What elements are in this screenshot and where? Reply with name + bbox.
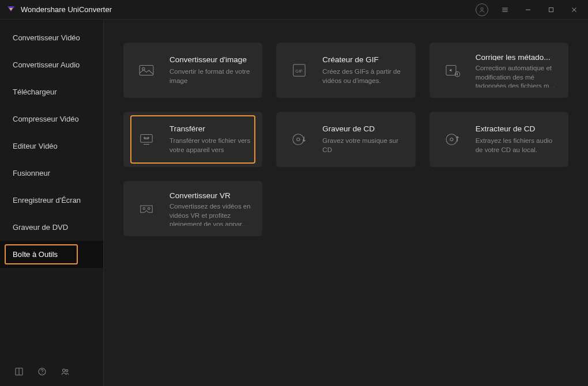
card-title: Créateur de GIF bbox=[322, 55, 404, 64]
svg-point-13 bbox=[66, 370, 68, 372]
svg-point-31 bbox=[148, 207, 150, 209]
main-content: Convertisseur d'image Convertir le forma… bbox=[104, 20, 588, 386]
sidebar-item-video-editor[interactable]: Editeur Vidéo bbox=[0, 133, 103, 160]
svg-point-28 bbox=[446, 134, 457, 145]
account-icon[interactable] bbox=[474, 2, 490, 18]
svg-point-12 bbox=[63, 369, 66, 372]
card-transfer[interactable]: Transférer Transférer votre fichier vers… bbox=[123, 112, 262, 167]
app-title: Wondershare UniConverter bbox=[21, 5, 112, 14]
titlebar: Wondershare UniConverter bbox=[0, 0, 588, 20]
vr-icon bbox=[133, 191, 160, 226]
sidebar-item-video-compressor[interactable]: Compresseur Vidéo bbox=[0, 105, 103, 133]
minimize-icon[interactable] bbox=[520, 2, 536, 18]
card-desc: Extrayez les fichiers audio de votre CD … bbox=[476, 137, 557, 154]
card-gif-maker[interactable]: GIF Créateur de GIF Créez des GIFs à par… bbox=[276, 43, 415, 98]
card-desc: Correction automatique et modification d… bbox=[476, 64, 557, 88]
card-title: Graveur de CD bbox=[322, 124, 404, 133]
cd-burn-icon bbox=[285, 122, 313, 157]
sidebar-item-merger[interactable]: Fusionneur bbox=[0, 160, 103, 187]
card-desc: Gravez votre musique sur CD bbox=[322, 137, 404, 154]
card-title: Transférer bbox=[169, 124, 251, 133]
card-title: Convertisseur VR bbox=[169, 191, 251, 199]
titlebar-left: Wondershare UniConverter bbox=[6, 5, 112, 15]
sidebar-footer bbox=[0, 357, 103, 386]
svg-text:GIF: GIF bbox=[296, 69, 303, 74]
svg-rect-22 bbox=[141, 135, 152, 143]
card-title: Corriger les métado... bbox=[476, 53, 557, 60]
card-vr-converter[interactable]: Convertisseur VR Convertissez des vidéos… bbox=[123, 181, 262, 236]
card-cd-ripper[interactable]: Extracteur de CD Extrayez les fichiers a… bbox=[429, 112, 568, 167]
help-icon[interactable] bbox=[37, 366, 47, 377]
svg-point-0 bbox=[481, 7, 483, 10]
svg-point-27 bbox=[297, 138, 300, 141]
sidebar-item-screen-recorder[interactable]: Enregistreur d'Écran bbox=[0, 187, 103, 214]
maximize-icon[interactable] bbox=[543, 2, 559, 18]
image-icon bbox=[133, 53, 160, 88]
card-title: Extracteur de CD bbox=[476, 124, 557, 133]
card-desc: Convertissez des vidéos en vidéos VR et … bbox=[169, 202, 251, 226]
sidebar-item-downloader[interactable]: Téléchargeur bbox=[0, 78, 103, 105]
transfer-icon bbox=[133, 122, 160, 157]
card-desc: Transférer votre fichier vers votre appa… bbox=[169, 137, 251, 154]
svg-point-29 bbox=[450, 138, 453, 141]
card-desc: Convertir le format de votre image bbox=[169, 67, 251, 85]
card-image-converter[interactable]: Convertisseur d'image Convertir le forma… bbox=[123, 43, 262, 98]
card-desc: Créez des GIFs à partir de vidéos ou d'i… bbox=[322, 67, 404, 85]
close-icon[interactable] bbox=[566, 2, 582, 18]
svg-point-11 bbox=[42, 373, 42, 374]
cd-rip-icon bbox=[439, 122, 466, 157]
svg-point-26 bbox=[293, 134, 304, 145]
card-title: Convertisseur d'image bbox=[169, 55, 251, 64]
card-cd-burner[interactable]: Graveur de CD Gravez votre musique sur C… bbox=[276, 112, 415, 167]
svg-point-30 bbox=[143, 207, 145, 209]
menu-icon[interactable] bbox=[497, 2, 513, 18]
sidebar-item-toolbox[interactable]: Boîte à Outils bbox=[0, 241, 103, 268]
sidebar-item-audio-converter[interactable]: Convertisseur Audio bbox=[0, 51, 103, 78]
sidebar-item-dvd-burner[interactable]: Graveur de DVD bbox=[0, 214, 103, 241]
gif-icon: GIF bbox=[285, 53, 313, 88]
users-icon[interactable] bbox=[60, 366, 70, 377]
book-icon[interactable] bbox=[14, 366, 24, 377]
svg-rect-5 bbox=[549, 7, 553, 12]
titlebar-right bbox=[474, 2, 582, 18]
sidebar-item-video-converter[interactable]: Convertisseur Vidéo bbox=[0, 24, 103, 51]
app-logo-icon bbox=[6, 5, 16, 15]
metadata-icon bbox=[439, 53, 466, 88]
sidebar: Convertisseur Vidéo Convertisseur Audio … bbox=[0, 20, 104, 386]
card-fix-metadata[interactable]: Corriger les métado... Correction automa… bbox=[429, 43, 568, 98]
svg-rect-14 bbox=[140, 66, 153, 75]
